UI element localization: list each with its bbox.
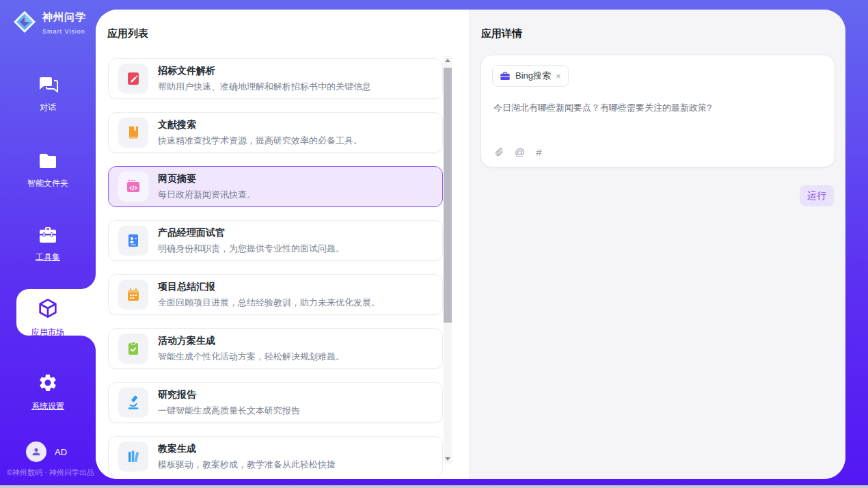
app-window: 神州问学 Smart Vision 对话 智能文件夹 — [0, 0, 868, 488]
paperclip-icon[interactable] — [493, 146, 504, 158]
prompt-card: Bing搜索 × 今日湖北有哪些新闻要点？有哪些需要关注的最新政策? @ # — [480, 55, 835, 167]
toolbox-icon — [38, 234, 58, 246]
app-card-webpage-summary[interactable]: 网页摘要 每日政府新闻资讯快查。 — [108, 166, 443, 207]
app-card-title: 活动方案生成 — [158, 335, 344, 347]
book-icon — [118, 118, 148, 148]
close-icon[interactable]: × — [556, 72, 561, 81]
app-card-desc: 一键智能生成高质量长文本研究报告 — [158, 405, 300, 417]
app-list-scrollbar[interactable] — [444, 56, 452, 463]
bubble-notch-top — [81, 274, 96, 289]
app-card-desc: 快速精准查找学术资源，提高研究效率的必备工具。 — [158, 135, 362, 147]
clipboard-check-icon — [118, 334, 148, 364]
prompt-toolbar: @ # — [493, 146, 542, 158]
app-card-literature-search[interactable]: 文献搜索 快速精准查找学术资源，提高研究效率的必备工具。 — [108, 112, 443, 153]
app-card-desc: 帮助用户快速、准确地理解和解析招标书中的关键信息 — [158, 81, 371, 93]
sidebar-item-smart-folder[interactable]: 智能文件夹 — [0, 152, 96, 189]
app-card-activity-plan[interactable]: 活动方案生成 智能生成个性化活动方案，轻松解决规划难题。 — [108, 328, 443, 369]
arrow-down-icon — [445, 457, 450, 461]
brand-name: 神州问学 — [42, 11, 86, 23]
interview-doc-icon — [118, 226, 148, 256]
folder-icon — [38, 161, 58, 172]
browser-code-icon — [118, 172, 148, 202]
app-card-desc: 明确身份和职责，为您提供专业性的面试问题。 — [158, 243, 344, 255]
arrow-up-icon — [445, 59, 450, 62]
calendar-icon — [118, 280, 148, 310]
app-detail-title: 应用详情 — [481, 27, 522, 40]
app-card-desc: 全面回顾项目进展，总结经验教训，助力未来优化发展。 — [158, 297, 380, 309]
app-card-desc: 模板驱动，教案秒成，教学准备从此轻松快捷 — [158, 459, 336, 471]
tool-chip-label: Bing搜索 — [515, 70, 551, 82]
app-card-title: 研究报告 — [158, 389, 300, 401]
app-card-bid-analysis[interactable]: 招标文件解析 帮助用户快速、准确地理解和解析招标书中的关键信息 — [108, 58, 443, 99]
app-card-pm-interviewer[interactable]: 产品经理面试官 明确身份和职责，为您提供专业性的面试问题。 — [108, 220, 443, 261]
briefcase-icon — [500, 70, 511, 81]
copyright-footer: ©神州数码 · 神州问学出品 — [7, 467, 94, 478]
run-button[interactable]: 运行 — [800, 185, 834, 206]
sidebar-item-toolset[interactable]: 工具集 — [0, 226, 96, 263]
app-card-research-report[interactable]: 研究报告 一键智能生成高质量长文本研究报告 — [108, 382, 443, 423]
sidebar-item-label: 对话 — [0, 102, 96, 113]
sidebar-item-label: 工具集 — [0, 252, 96, 263]
scrollbar-thumb[interactable] — [444, 68, 452, 323]
user-account[interactable]: AD — [26, 442, 67, 462]
user-initials: AD — [55, 447, 67, 457]
app-card-project-summary[interactable]: 项目总结汇报 全面回顾项目进展，总结经验教训，助力未来优化发展。 — [108, 274, 443, 315]
prompt-text[interactable]: 今日湖北有哪些新闻要点？有哪些需要关注的最新政策? — [493, 102, 821, 114]
sidebar-item-label: 智能文件夹 — [0, 178, 96, 189]
mention-icon[interactable]: @ — [515, 146, 525, 158]
diamond-logo-icon — [12, 10, 37, 37]
sidebar-item-app-market[interactable]: 应用市场 — [0, 297, 96, 338]
sidebar-item-chat[interactable]: 对话 — [0, 75, 96, 113]
app-card-desc: 每日政府新闻资讯快查。 — [158, 189, 256, 201]
brand-subtitle: Smart Vision — [42, 28, 85, 35]
app-list-pane: 应用列表 招标文件解析 帮助用户快速、准确地理解和解析招标书中的关键信息 — [96, 10, 469, 479]
app-list-title: 应用列表 — [107, 27, 148, 40]
app-card-title: 网页摘要 — [158, 173, 256, 185]
scroll-down-button[interactable] — [444, 455, 452, 463]
sidebar: 神州问学 Smart Vision 对话 智能文件夹 — [0, 0, 96, 485]
books-icon — [118, 442, 148, 472]
app-card-title: 项目总结汇报 — [158, 281, 380, 293]
app-card-title: 招标文件解析 — [158, 65, 371, 77]
brand-logo: 神州问学 Smart Vision — [12, 10, 96, 37]
bottom-strip — [0, 485, 868, 488]
avatar — [26, 442, 46, 462]
content-panel: 应用列表 招标文件解析 帮助用户快速、准确地理解和解析招标书中的关键信息 — [96, 10, 845, 479]
document-edit-icon — [118, 64, 148, 94]
tool-chip-bing-search[interactable]: Bing搜索 × — [492, 65, 569, 87]
app-card-desc: 智能生成个性化活动方案，轻松解决规划难题。 — [158, 351, 344, 363]
scroll-up-button[interactable] — [444, 56, 452, 65]
sidebar-item-label: 系统设置 — [0, 401, 96, 412]
microscope-icon — [118, 388, 148, 418]
app-card-title: 文献搜索 — [158, 119, 362, 131]
sidebar-item-settings[interactable]: 系统设置 — [0, 372, 96, 412]
hash-icon[interactable]: # — [536, 146, 541, 158]
app-card-title: 产品经理面试官 — [158, 227, 344, 239]
gear-icon — [38, 383, 58, 395]
app-detail-pane: 应用详情 Bing搜索 × 今日湖北有哪些新闻要点？有哪些需要关注的最新政策? — [469, 10, 845, 479]
sidebar-item-label: 应用市场 — [0, 327, 96, 338]
app-card-title: 教案生成 — [158, 443, 336, 455]
cube-icon — [37, 310, 59, 321]
app-card-lesson-plan[interactable]: 教案生成 模板驱动，教案秒成，教学准备从此轻松快捷 — [108, 436, 443, 476]
chat-icon — [38, 85, 58, 96]
app-card-list: 招标文件解析 帮助用户快速、准确地理解和解析招标书中的关键信息 文献搜索 — [108, 58, 443, 476]
